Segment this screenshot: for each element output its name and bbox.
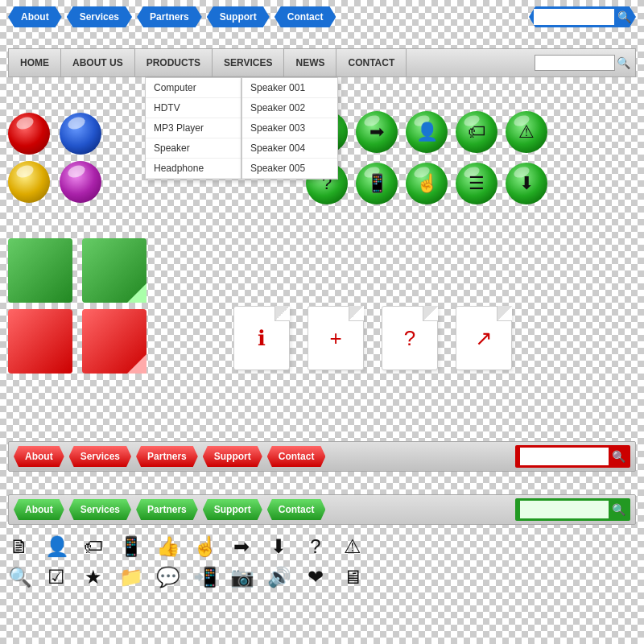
bottom-icon-thumb[interactable]: 👍	[156, 535, 179, 558]
bottom-icon-phone[interactable]: 📱	[119, 535, 142, 558]
bottom-icon-heart[interactable]: ❤	[304, 566, 327, 588]
nav1-support-button[interactable]: Support	[207, 6, 270, 27]
green-btn-pointer[interactable]: ☝	[406, 163, 448, 204]
phone-icon: 📱	[366, 173, 388, 194]
warning-icon: ⚠	[518, 122, 535, 142]
nav2-about-us[interactable]: ABOUT US	[61, 49, 135, 76]
paper-squares	[8, 238, 147, 374]
green-btn-warning[interactable]: ⚠	[506, 111, 547, 153]
bottom-icon-speaker[interactable]: 🔊	[267, 566, 290, 588]
balls-row-2	[8, 161, 101, 203]
nav1-services-button[interactable]: Services	[67, 6, 132, 27]
dropdown-hdtv[interactable]: HDTV	[146, 98, 241, 118]
ball-red[interactable]	[8, 113, 50, 155]
list-icon: ☰	[469, 173, 485, 194]
dropdown-computer[interactable]: Computer	[146, 78, 241, 98]
nav2-contact[interactable]: CONTACT	[336, 49, 407, 76]
squares-row-green	[8, 238, 147, 303]
ball-purple[interactable]	[60, 161, 101, 203]
nav2-search-box: 🔍	[535, 55, 635, 71]
nav4-search-icon: 🔍	[612, 503, 625, 516]
square-red-fold[interactable]	[82, 309, 147, 374]
balls-row-1	[8, 113, 101, 155]
nav-green-bar: About Services Partners Support Contact …	[8, 494, 636, 525]
green-btn-arrow[interactable]: ➡	[356, 111, 398, 153]
nav2-services[interactable]: SERVICES	[213, 49, 284, 76]
bottom-icon-comment[interactable]: 💬	[156, 566, 179, 588]
nav3-partners-button[interactable]: Partners	[136, 446, 198, 467]
nav3-support-button[interactable]: Support	[203, 446, 262, 467]
ball-blue[interactable]	[60, 113, 101, 155]
dropdown-speaker-001[interactable]: Speaker 001	[242, 78, 337, 98]
green-btn-phone[interactable]: 📱	[356, 163, 398, 204]
dropdown-speaker[interactable]: Speaker	[146, 138, 241, 159]
bottom-icons-row-2: 🔍 ☑ ★ 📁 💬 📲 📷 🔊 ❤ 🖥	[8, 566, 636, 588]
arrow-right-icon: ➡	[369, 122, 384, 142]
doc-question-icon: ?	[404, 326, 415, 351]
doc-info[interactable]: ℹ	[233, 306, 290, 370]
bottom-icon-download[interactable]: ⬇	[267, 535, 290, 558]
bottom-icon-camera[interactable]: 📷	[230, 566, 253, 588]
nav4-about-button[interactable]: About	[14, 499, 64, 520]
dropdown-mp3[interactable]: MP3 Player	[146, 118, 241, 138]
bottom-icon-mobile[interactable]: 📲	[193, 566, 216, 588]
dropdown-speaker-003[interactable]: Speaker 003	[242, 118, 337, 138]
nav2-search-input[interactable]	[535, 55, 615, 71]
nav4-search-input[interactable]	[520, 501, 609, 518]
nav3-search-box: 🔍	[515, 445, 630, 468]
doc-question[interactable]: ?	[382, 306, 438, 370]
nav3-about-button[interactable]: About	[14, 446, 64, 467]
person-icon: 👤	[416, 122, 438, 142]
dropdown-sub-menu: Speaker 001 Speaker 002 Speaker 003 Spea…	[242, 77, 338, 180]
download-icon: ⬇	[519, 173, 534, 194]
green-btn-person[interactable]: 👤	[406, 111, 448, 153]
nav3-contact-button[interactable]: Contact	[267, 446, 326, 467]
tag-icon: 🏷	[468, 122, 485, 142]
square-green-fold[interactable]	[82, 238, 147, 303]
nav4-support-button[interactable]: Support	[203, 499, 262, 520]
doc-plus[interactable]: +	[308, 306, 364, 370]
bottom-icon-doc[interactable]: 🗎	[8, 535, 31, 558]
bottom-icon-question[interactable]: ?	[304, 535, 327, 558]
dropdown-speaker-002[interactable]: Speaker 002	[242, 98, 337, 118]
square-green-flat[interactable]	[8, 238, 72, 303]
bottom-icon-monitor[interactable]: 🖥	[341, 566, 364, 588]
bottom-icon-folder[interactable]: 📁	[119, 566, 142, 588]
bottom-icon-check[interactable]: ☑	[45, 566, 68, 588]
pointer-icon: ☝	[416, 173, 438, 194]
green-btn-list[interactable]: ☰	[456, 163, 497, 204]
nav1-search-box: 🔍	[529, 6, 636, 27]
green-btn-tag[interactable]: 🏷	[456, 111, 497, 153]
nav-red-bar: About Services Partners Support Contact …	[8, 441, 636, 472]
nav4-services-button[interactable]: Services	[69, 499, 131, 520]
bottom-icon-arrow-right[interactable]: ➡	[230, 535, 253, 558]
nav1-search-input[interactable]	[534, 9, 614, 25]
bottom-icon-person[interactable]: 👤	[45, 535, 68, 558]
nav-gray-bar: HOME ABOUT US PRODUCTS SERVICES NEWS CON…	[8, 48, 636, 77]
green-icons-row-2: ? 📱 ☝ ☰ ⬇	[306, 163, 547, 204]
green-btn-download[interactable]: ⬇	[506, 163, 547, 204]
nav1-about-button[interactable]: About	[8, 6, 62, 27]
doc-cursor[interactable]: ↗	[456, 306, 512, 370]
nav1-partners-button[interactable]: Partners	[137, 6, 202, 27]
nav3-search-input[interactable]	[520, 448, 609, 465]
dropdown-headphone[interactable]: Headphone	[146, 159, 241, 179]
nav4-search-box: 🔍	[515, 498, 630, 521]
nav4-contact-button[interactable]: Contact	[267, 499, 326, 520]
nav1-contact-button[interactable]: Contact	[275, 6, 336, 27]
nav2-news[interactable]: NEWS	[284, 49, 336, 76]
bottom-icon-pointer[interactable]: ☝	[193, 535, 216, 558]
dropdown-speaker-004[interactable]: Speaker 004	[242, 138, 337, 159]
nav4-partners-button[interactable]: Partners	[136, 499, 198, 520]
ball-yellow[interactable]	[8, 161, 50, 203]
nav3-services-button[interactable]: Services	[69, 446, 131, 467]
dropdown-speaker-005[interactable]: Speaker 005	[242, 159, 337, 179]
square-red-flat[interactable]	[8, 309, 72, 374]
nav2-products[interactable]: PRODUCTS	[135, 49, 213, 76]
bottom-icon-search[interactable]: 🔍	[8, 566, 31, 588]
bottom-icon-tag[interactable]: 🏷	[82, 535, 105, 558]
nav2-search-icon: 🔍	[617, 56, 630, 69]
nav2-home[interactable]: HOME	[9, 49, 61, 76]
bottom-icon-warning[interactable]: ⚠	[341, 535, 364, 558]
bottom-icon-star[interactable]: ★	[82, 566, 105, 588]
